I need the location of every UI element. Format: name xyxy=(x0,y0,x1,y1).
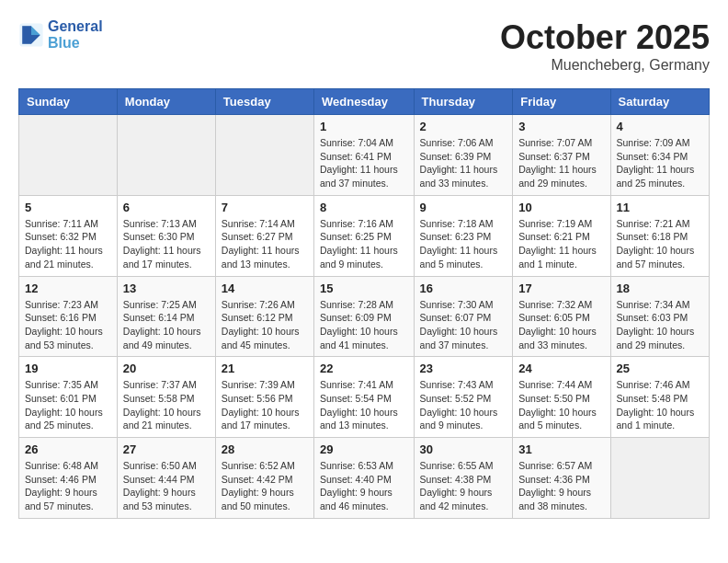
day-number: 31 xyxy=(518,442,604,456)
day-info: Sunrise: 7:26 AM Sunset: 6:12 PM Dayligh… xyxy=(222,298,308,352)
day-number: 16 xyxy=(420,282,507,295)
day-number: 15 xyxy=(320,282,408,295)
calendar-cell: 3Sunrise: 7:07 AM Sunset: 6:37 PM Daylig… xyxy=(513,115,610,196)
day-number: 14 xyxy=(222,282,308,295)
day-number: 10 xyxy=(518,201,604,214)
calendar-cell: 24Sunrise: 7:44 AM Sunset: 5:50 PM Dayli… xyxy=(513,357,610,438)
week-row-5: 26Sunrise: 6:48 AM Sunset: 4:46 PM Dayli… xyxy=(19,438,710,519)
day-number: 20 xyxy=(123,362,210,375)
day-number: 19 xyxy=(25,362,111,375)
calendar-cell: 4Sunrise: 7:09 AM Sunset: 6:34 PM Daylig… xyxy=(610,115,709,196)
day-number: 27 xyxy=(123,442,210,456)
day-info: Sunrise: 7:04 AM Sunset: 6:41 PM Dayligh… xyxy=(320,136,408,190)
day-info: Sunrise: 6:53 AM Sunset: 4:40 PM Dayligh… xyxy=(320,459,408,513)
weekday-header-thursday: Thursday xyxy=(414,89,513,115)
location-subtitle: Muencheberg, Germany xyxy=(500,57,710,74)
calendar-cell: 6Sunrise: 7:13 AM Sunset: 6:30 PM Daylig… xyxy=(117,195,215,276)
calendar-cell: 19Sunrise: 7:35 AM Sunset: 6:01 PM Dayli… xyxy=(19,357,118,438)
weekday-header-row: SundayMondayTuesdayWednesdayThursdayFrid… xyxy=(19,89,710,115)
calendar-cell: 21Sunrise: 7:39 AM Sunset: 5:56 PM Dayli… xyxy=(215,357,313,438)
day-number: 3 xyxy=(518,120,604,133)
logo: General Blue xyxy=(18,18,103,52)
weekday-header-tuesday: Tuesday xyxy=(215,89,313,115)
day-number: 9 xyxy=(420,201,507,214)
weekday-header-friday: Friday xyxy=(513,89,610,115)
calendar-cell: 27Sunrise: 6:50 AM Sunset: 4:44 PM Dayli… xyxy=(117,438,215,519)
calendar-cell: 17Sunrise: 7:32 AM Sunset: 6:05 PM Dayli… xyxy=(513,276,610,357)
calendar-cell: 7Sunrise: 7:14 AM Sunset: 6:27 PM Daylig… xyxy=(215,195,313,276)
calendar-cell: 20Sunrise: 7:37 AM Sunset: 5:58 PM Dayli… xyxy=(117,357,215,438)
day-info: Sunrise: 6:57 AM Sunset: 4:36 PM Dayligh… xyxy=(518,459,604,513)
calendar-cell: 18Sunrise: 7:34 AM Sunset: 6:03 PM Dayli… xyxy=(610,276,709,357)
calendar-cell: 23Sunrise: 7:43 AM Sunset: 5:52 PM Dayli… xyxy=(414,357,513,438)
calendar-cell: 26Sunrise: 6:48 AM Sunset: 4:46 PM Dayli… xyxy=(19,438,118,519)
day-number: 5 xyxy=(25,201,111,214)
page-header: General Blue October 2025 Muencheberg, G… xyxy=(18,18,710,74)
day-number: 11 xyxy=(617,201,703,214)
week-row-3: 12Sunrise: 7:23 AM Sunset: 6:16 PM Dayli… xyxy=(19,276,710,357)
calendar-cell: 16Sunrise: 7:30 AM Sunset: 6:07 PM Dayli… xyxy=(414,276,513,357)
weekday-header-wednesday: Wednesday xyxy=(314,89,415,115)
day-info: Sunrise: 6:48 AM Sunset: 4:46 PM Dayligh… xyxy=(25,459,111,513)
day-number: 24 xyxy=(518,362,604,375)
calendar-cell: 22Sunrise: 7:41 AM Sunset: 5:54 PM Dayli… xyxy=(314,357,415,438)
calendar-cell: 10Sunrise: 7:19 AM Sunset: 6:21 PM Dayli… xyxy=(513,195,610,276)
calendar-cell xyxy=(215,115,313,196)
day-number: 23 xyxy=(420,362,507,375)
calendar-cell: 11Sunrise: 7:21 AM Sunset: 6:18 PM Dayli… xyxy=(610,195,709,276)
day-number: 21 xyxy=(222,362,308,375)
calendar-cell: 5Sunrise: 7:11 AM Sunset: 6:32 PM Daylig… xyxy=(19,195,118,276)
day-info: Sunrise: 7:09 AM Sunset: 6:34 PM Dayligh… xyxy=(617,136,703,190)
calendar-body: 1Sunrise: 7:04 AM Sunset: 6:41 PM Daylig… xyxy=(19,115,710,519)
weekday-header-saturday: Saturday xyxy=(610,89,709,115)
day-info: Sunrise: 7:21 AM Sunset: 6:18 PM Dayligh… xyxy=(617,217,703,271)
calendar-cell: 2Sunrise: 7:06 AM Sunset: 6:39 PM Daylig… xyxy=(414,115,513,196)
calendar-cell: 15Sunrise: 7:28 AM Sunset: 6:09 PM Dayli… xyxy=(314,276,415,357)
week-row-4: 19Sunrise: 7:35 AM Sunset: 6:01 PM Dayli… xyxy=(19,357,710,438)
calendar-cell: 25Sunrise: 7:46 AM Sunset: 5:48 PM Dayli… xyxy=(610,357,709,438)
day-number: 29 xyxy=(320,442,408,456)
day-info: Sunrise: 6:50 AM Sunset: 4:44 PM Dayligh… xyxy=(123,459,210,513)
day-number: 22 xyxy=(320,362,408,375)
week-row-2: 5Sunrise: 7:11 AM Sunset: 6:32 PM Daylig… xyxy=(19,195,710,276)
day-number: 18 xyxy=(617,282,703,295)
day-number: 30 xyxy=(420,442,507,456)
day-info: Sunrise: 7:25 AM Sunset: 6:14 PM Dayligh… xyxy=(123,298,210,352)
svg-marker-3 xyxy=(22,26,31,44)
calendar-cell xyxy=(610,438,709,519)
day-info: Sunrise: 7:07 AM Sunset: 6:37 PM Dayligh… xyxy=(518,136,604,190)
day-info: Sunrise: 7:13 AM Sunset: 6:30 PM Dayligh… xyxy=(123,217,210,271)
title-block: October 2025 Muencheberg, Germany xyxy=(500,18,710,74)
calendar-cell: 13Sunrise: 7:25 AM Sunset: 6:14 PM Dayli… xyxy=(117,276,215,357)
day-number: 12 xyxy=(25,282,111,295)
day-info: Sunrise: 7:41 AM Sunset: 5:54 PM Dayligh… xyxy=(320,378,408,432)
day-number: 17 xyxy=(518,282,604,295)
day-number: 26 xyxy=(25,442,111,456)
calendar-cell: 31Sunrise: 6:57 AM Sunset: 4:36 PM Dayli… xyxy=(513,438,610,519)
day-info: Sunrise: 6:55 AM Sunset: 4:38 PM Dayligh… xyxy=(420,459,507,513)
logo-line2: Blue xyxy=(48,35,103,52)
calendar-cell: 12Sunrise: 7:23 AM Sunset: 6:16 PM Dayli… xyxy=(19,276,118,357)
calendar-table: SundayMondayTuesdayWednesdayThursdayFrid… xyxy=(18,88,710,519)
day-number: 1 xyxy=(320,120,408,133)
day-number: 13 xyxy=(123,282,210,295)
calendar-cell: 1Sunrise: 7:04 AM Sunset: 6:41 PM Daylig… xyxy=(314,115,415,196)
day-info: Sunrise: 6:52 AM Sunset: 4:42 PM Dayligh… xyxy=(222,459,308,513)
calendar-cell: 28Sunrise: 6:52 AM Sunset: 4:42 PM Dayli… xyxy=(215,438,313,519)
calendar-cell: 8Sunrise: 7:16 AM Sunset: 6:25 PM Daylig… xyxy=(314,195,415,276)
day-number: 2 xyxy=(420,120,507,133)
day-info: Sunrise: 7:19 AM Sunset: 6:21 PM Dayligh… xyxy=(518,217,604,271)
calendar-cell xyxy=(117,115,215,196)
day-info: Sunrise: 7:46 AM Sunset: 5:48 PM Dayligh… xyxy=(617,378,703,432)
day-number: 6 xyxy=(123,201,210,214)
calendar-cell: 9Sunrise: 7:18 AM Sunset: 6:23 PM Daylig… xyxy=(414,195,513,276)
calendar-cell: 29Sunrise: 6:53 AM Sunset: 4:40 PM Dayli… xyxy=(314,438,415,519)
day-info: Sunrise: 7:23 AM Sunset: 6:16 PM Dayligh… xyxy=(25,298,111,352)
day-number: 7 xyxy=(222,201,308,214)
logo-line1: General xyxy=(48,18,103,35)
calendar-cell: 30Sunrise: 6:55 AM Sunset: 4:38 PM Dayli… xyxy=(414,438,513,519)
logo-icon xyxy=(18,22,44,48)
day-number: 25 xyxy=(617,362,703,375)
day-info: Sunrise: 7:43 AM Sunset: 5:52 PM Dayligh… xyxy=(420,378,507,432)
day-info: Sunrise: 7:16 AM Sunset: 6:25 PM Dayligh… xyxy=(320,217,408,271)
